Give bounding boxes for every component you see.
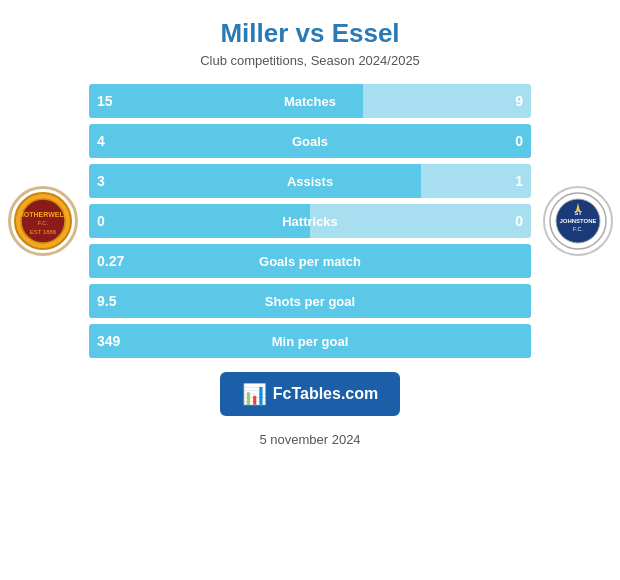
date-footer: 5 november 2024 bbox=[259, 432, 360, 447]
stjohnstone-badge: ST JOHNSTONE F.C. bbox=[543, 186, 613, 256]
spg-left-val: 9.5 bbox=[97, 293, 116, 309]
mpg-label: Min per goal bbox=[272, 334, 349, 349]
matches-left-val: 15 bbox=[97, 93, 113, 109]
assists-left-val: 3 bbox=[97, 173, 105, 189]
svg-text:JOHNSTONE: JOHNSTONE bbox=[559, 218, 596, 224]
page-subtitle: Club competitions, Season 2024/2025 bbox=[10, 53, 610, 68]
gpm-label: Goals per match bbox=[259, 254, 361, 269]
fctables-label: FcTables.com bbox=[273, 385, 379, 403]
stat-row-hattricks: 0 Hattricks 0 bbox=[89, 204, 531, 238]
spg-label: Shots per goal bbox=[265, 294, 355, 309]
main-content: MOTHERWELL F.C. EST 1886 15 Matches 9 4 … bbox=[0, 84, 620, 358]
motherwell-badge: MOTHERWELL F.C. EST 1886 bbox=[8, 186, 78, 256]
stat-row-min-per-goal: 349 Min per goal bbox=[89, 324, 531, 358]
assists-label: Assists bbox=[287, 174, 333, 189]
matches-right-val: 9 bbox=[515, 93, 523, 109]
goals-left-val: 4 bbox=[97, 133, 105, 149]
page-header: Miller vs Essel Club competitions, Seaso… bbox=[0, 0, 620, 74]
hattricks-left-val: 0 bbox=[97, 213, 105, 229]
hattricks-right-val: 0 bbox=[515, 213, 523, 229]
left-team-logo: MOTHERWELL F.C. EST 1886 bbox=[0, 186, 85, 256]
goals-right-val: 0 bbox=[515, 133, 523, 149]
fctables-logo[interactable]: 📊 FcTables.com bbox=[220, 372, 400, 416]
hattricks-label: Hattricks bbox=[282, 214, 338, 229]
svg-text:EST 1886: EST 1886 bbox=[29, 229, 56, 235]
right-team-logo: ST JOHNSTONE F.C. bbox=[535, 186, 620, 256]
svg-text:F.C.: F.C. bbox=[37, 220, 48, 226]
stat-row-goals-per-match: 0.27 Goals per match bbox=[89, 244, 531, 278]
goals-label: Goals bbox=[292, 134, 328, 149]
matches-label: Matches bbox=[284, 94, 336, 109]
gpm-left-val: 0.27 bbox=[97, 253, 124, 269]
page-title: Miller vs Essel bbox=[10, 18, 610, 49]
mpg-left-val: 349 bbox=[97, 333, 120, 349]
stat-row-shots-per-goal: 9.5 Shots per goal bbox=[89, 284, 531, 318]
assists-right-val: 1 bbox=[515, 173, 523, 189]
stats-container: 15 Matches 9 4 Goals 0 3 Assists 1 bbox=[85, 84, 535, 358]
stat-row-assists: 3 Assists 1 bbox=[89, 164, 531, 198]
svg-text:F.C.: F.C. bbox=[573, 226, 583, 232]
chart-icon: 📊 bbox=[242, 382, 267, 406]
stat-row-matches: 15 Matches 9 bbox=[89, 84, 531, 118]
stat-row-goals: 4 Goals 0 bbox=[89, 124, 531, 158]
svg-text:MOTHERWELL: MOTHERWELL bbox=[17, 211, 68, 218]
